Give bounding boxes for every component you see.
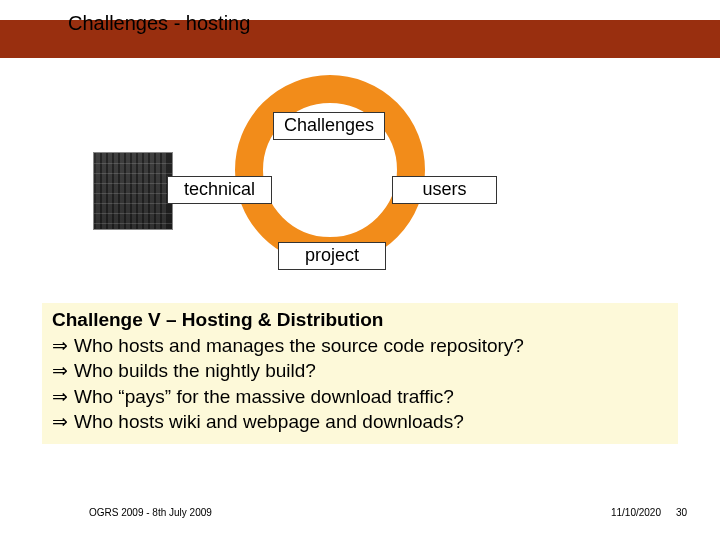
ring-label-right: users (392, 176, 497, 204)
footer-left: OGRS 2009 - 8th July 2009 (89, 507, 212, 518)
ring-label-left: technical (167, 176, 272, 204)
bullet-text: Who hosts and manages the source code re… (74, 335, 524, 356)
ring-graphic (235, 75, 425, 265)
arrow-icon: ⇒ (52, 409, 74, 434)
bullet-line: ⇒Who builds the nightly build? (52, 358, 668, 383)
arrow-icon: ⇒ (52, 358, 74, 383)
bullet-text: Who “pays” for the massive download traf… (74, 386, 454, 407)
bullet-line: ⇒Who hosts and manages the source code r… (52, 333, 668, 358)
bullet-text: Who hosts wiki and webpage and downloads… (74, 411, 464, 432)
content-box: Challenge V – Hosting & Distribution ⇒Wh… (42, 303, 678, 444)
arrow-icon: ⇒ (52, 333, 74, 358)
bullet-text: Who builds the nightly build? (74, 360, 316, 381)
slide-title: Challenges - hosting (68, 12, 250, 35)
content-heading: Challenge V – Hosting & Distribution (52, 309, 668, 331)
ring-label-top: Challenges (273, 112, 385, 140)
bullet-line: ⇒Who “pays” for the massive download tra… (52, 384, 668, 409)
footer-page: 30 (676, 507, 687, 518)
slide: Challenges - hosting Challenges technica… (0, 0, 720, 540)
ring-label-bottom: project (278, 242, 386, 270)
server-rack-image (93, 152, 173, 230)
arrow-icon: ⇒ (52, 384, 74, 409)
footer-date: 11/10/2020 (611, 507, 661, 518)
bullet-line: ⇒Who hosts wiki and webpage and download… (52, 409, 668, 434)
